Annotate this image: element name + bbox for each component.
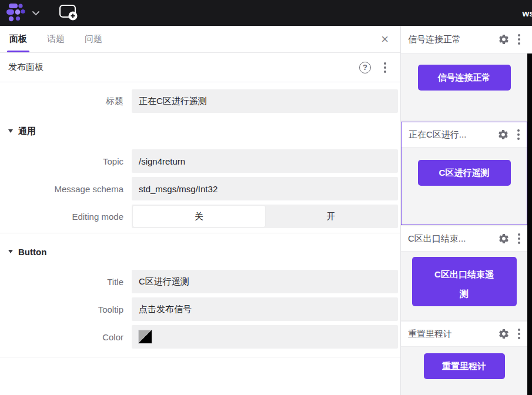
- panel-body: C区出口结束遥测: [401, 252, 527, 306]
- tab-panel[interactable]: 面板: [8, 26, 28, 52]
- title-label: 标题: [0, 96, 132, 107]
- panel-column: 信号连接正常 信号连接正常 正在C区进行... C区进行遥测: [401, 26, 532, 395]
- schema-label: Message schema: [0, 184, 132, 194]
- tooltip-row: Tooltip 点击发布信号: [0, 297, 400, 321]
- title-row: 标题 正在C区进行遥测: [0, 89, 400, 113]
- section-divider: [0, 233, 400, 233]
- panel-settings-header: 发布面板 ?: [0, 53, 400, 82]
- color-row: Color: [0, 325, 400, 349]
- gear-icon[interactable]: [498, 328, 510, 340]
- panel-title: C区出口结束...: [408, 233, 498, 245]
- topic-row: Topic /sign4return: [0, 149, 400, 173]
- section-general[interactable]: 通用: [0, 123, 400, 139]
- editing-mode-toggle: 关 开: [132, 205, 398, 228]
- sidebar-tabs: 面板 话题 问题 ×: [0, 26, 400, 53]
- chevron-down-icon[interactable]: [32, 11, 40, 16]
- publish-button[interactable]: C区进行遥测: [418, 160, 511, 186]
- panel-title: 重置里程计: [408, 329, 498, 340]
- form-end-divider: [0, 357, 400, 357]
- button-title-label: Title: [0, 277, 132, 287]
- tab-problems[interactable]: 问题: [83, 26, 103, 52]
- help-icon[interactable]: ?: [359, 62, 371, 73]
- layout-background: [527, 53, 532, 395]
- publish-panel-1: 信号连接正常 信号连接正常: [401, 26, 527, 120]
- collapse-icon: [8, 250, 13, 253]
- panel-menu-icon[interactable]: [517, 327, 521, 340]
- page-title: 发布面板: [8, 62, 44, 73]
- topic-input[interactable]: /sign4return: [132, 149, 398, 173]
- settings-sidebar: 面板 话题 问题 × 发布面板 ? 标题 正在C区进行遥测 通用 Topic /…: [0, 26, 401, 395]
- publish-panel-4: 重置里程计 重置里程计: [401, 322, 527, 395]
- panel-menu-icon[interactable]: [516, 128, 521, 141]
- connection-status-label[interactable]: ws: [523, 8, 532, 18]
- close-icon[interactable]: ×: [381, 33, 389, 46]
- gear-icon[interactable]: [497, 129, 509, 140]
- schema-input[interactable]: std_msgs/msg/Int32: [132, 177, 398, 200]
- publish-button[interactable]: C区出口结束遥测: [412, 257, 517, 306]
- section-button[interactable]: Button: [0, 244, 400, 259]
- color-field[interactable]: [132, 325, 398, 349]
- add-panel-icon[interactable]: [59, 4, 79, 22]
- topic-label: Topic: [0, 156, 132, 166]
- tab-topics[interactable]: 话题: [46, 26, 66, 52]
- button-title-row: Title C区进行遥测: [0, 270, 400, 293]
- gear-icon[interactable]: [498, 34, 510, 45]
- editing-mode-label: Editing mode: [0, 212, 132, 222]
- panel-header[interactable]: 重置里程计: [401, 322, 527, 347]
- color-label: Color: [0, 332, 132, 342]
- title-input[interactable]: 正在C区进行遥测: [132, 89, 398, 113]
- publish-panel-2-selected: 正在C区进行... C区进行遥测: [401, 122, 527, 225]
- panel-header[interactable]: C区出口结束...: [401, 226, 527, 252]
- panel-menu-icon[interactable]: [517, 232, 521, 245]
- color-swatch[interactable]: [139, 330, 152, 343]
- settings-form: 标题 正在C区进行遥测 通用 Topic /sign4return Messag…: [0, 82, 400, 357]
- toggle-off[interactable]: 关: [133, 206, 265, 227]
- app-logo-icon[interactable]: [5, 2, 27, 24]
- top-bar: ws: [0, 0, 532, 26]
- panel-header[interactable]: 信号连接正常: [401, 26, 527, 53]
- panel-header[interactable]: 正在C区进行...: [401, 122, 527, 148]
- tooltip-label: Tooltip: [0, 304, 132, 314]
- publish-panel-3: C区出口结束... C区出口结束遥测: [401, 226, 527, 320]
- panel-body: C区进行遥测: [401, 148, 527, 186]
- button-title-input[interactable]: C区进行遥测: [132, 270, 398, 293]
- publish-button[interactable]: 信号连接正常: [418, 65, 511, 91]
- schema-row: Message schema std_msgs/msg/Int32: [0, 177, 400, 200]
- gear-icon[interactable]: [498, 233, 510, 245]
- panel-title: 正在C区进行...: [409, 129, 497, 140]
- toggle-on[interactable]: 开: [265, 206, 397, 227]
- collapse-icon: [8, 129, 13, 133]
- publish-button[interactable]: 重置里程计: [424, 353, 505, 379]
- panel-body: 信号连接正常: [401, 53, 527, 91]
- tooltip-input[interactable]: 点击发布信号: [132, 297, 398, 321]
- panel-body: 重置里程计: [401, 347, 527, 379]
- scrollbar-track: [527, 26, 532, 53]
- panel-title: 信号连接正常: [408, 34, 498, 45]
- panel-menu-icon[interactable]: [517, 33, 521, 46]
- editing-mode-row: Editing mode 关 开: [0, 205, 400, 228]
- panel-menu-icon[interactable]: [383, 61, 387, 74]
